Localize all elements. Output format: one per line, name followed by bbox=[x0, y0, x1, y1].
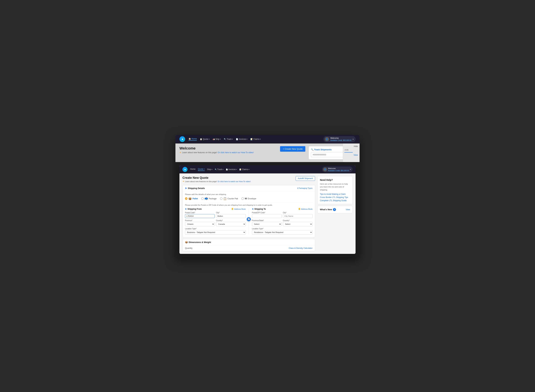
shipping-types-row: 📦 Pallet 📫 Package � bbox=[185, 197, 312, 200]
cross-border-link[interactable]: Cross Border LTL Shipping Tips bbox=[320, 196, 350, 199]
to-province-select[interactable]: Select bbox=[252, 222, 282, 226]
outer-create-quote-btn[interactable]: + Create New Quote bbox=[280, 146, 305, 152]
page-title: Create New Quote bbox=[182, 176, 251, 180]
right-panel-count: d (0) bbox=[344, 149, 358, 151]
modal-dropdown-icon: ▾ bbox=[350, 168, 351, 170]
outer-nav-claims[interactable]: 📝 Claims ▾ bbox=[251, 138, 261, 141]
type-envelope[interactable]: ✉ Envelope bbox=[241, 197, 256, 200]
to-icon: ➤ bbox=[252, 208, 254, 210]
modal-nav-ship[interactable]: Ship ▾ bbox=[207, 168, 213, 171]
from-city-input[interactable] bbox=[216, 214, 246, 218]
type-courier-pak[interactable]: 📋 Courier Pak bbox=[220, 197, 238, 200]
outer-star-icon: ✦ bbox=[180, 151, 181, 154]
page-subtitle-text: Learn about new features on this page! bbox=[185, 180, 217, 182]
modal-nav-track[interactable]: 🔍 Track ▾ bbox=[215, 168, 224, 171]
outer-nav-invoices[interactable]: 📄 Invoices ▾ bbox=[236, 138, 247, 141]
whats-new-card: What's New 2 View bbox=[317, 206, 353, 213]
modal-track-icon: 🔍 bbox=[215, 168, 217, 170]
shipping-description: Please add the details of what your are … bbox=[185, 193, 312, 195]
track-icon-outer: 🔍 bbox=[224, 138, 226, 140]
packaging-types-link[interactable]: ℹ Packaging Types bbox=[297, 187, 312, 189]
from-address-book-icon: 📒 bbox=[231, 208, 234, 210]
type-pallet[interactable]: 📦 Pallet bbox=[185, 197, 198, 200]
to-city-label: City* bbox=[283, 212, 312, 214]
from-province-select[interactable]: Ontario bbox=[185, 222, 215, 226]
to-city-input[interactable] bbox=[283, 214, 312, 218]
whats-new-view-link[interactable]: View bbox=[346, 208, 350, 211]
modal-claims-dropdown: ▾ bbox=[249, 168, 249, 170]
page-star-icon: ✦ bbox=[182, 180, 184, 183]
class-density-calculator-link[interactable]: Class & Density Calculator bbox=[289, 247, 312, 249]
modal-quote-dropdown: ▾ bbox=[204, 168, 205, 170]
to-country-label: Country* bbox=[283, 219, 312, 221]
modal-welcome-badge[interactable]: 👤 Welcome Available Credit: $50,000.00 ▾ bbox=[322, 167, 353, 172]
right-panel-hide-btn[interactable]: Hide bbox=[344, 145, 358, 148]
track-input[interactable] bbox=[311, 152, 346, 157]
shipping-details-title: ➤ Shipping Details bbox=[185, 187, 205, 190]
modal-avatar: 👤 bbox=[323, 167, 327, 171]
dimensions-section: 📦 Dimensions & Weight Quantity Class & D… bbox=[182, 239, 315, 251]
outer-nav-track[interactable]: 🔍 Track ▾ bbox=[224, 138, 233, 141]
modal-container: ◈ Home Quote ▾ Ship ▾ 🔍 Track bbox=[180, 165, 355, 254]
home-icon: 🏠 bbox=[189, 138, 191, 140]
postal-instructions: Please provide the Postal or ZIP Code of… bbox=[185, 202, 312, 206]
to-country-select[interactable]: Select bbox=[283, 222, 312, 226]
modal-claims-icon: 📝 bbox=[239, 168, 241, 170]
modal-nav-invoices[interactable]: 📄 Invoices ▾ bbox=[226, 168, 237, 171]
from-icon: ➤ bbox=[185, 208, 187, 210]
modal-welcome-text: Welcome bbox=[328, 167, 349, 170]
autofill-btn[interactable]: Autofill Shipment bbox=[296, 176, 315, 181]
modal-nav-home[interactable]: Home bbox=[190, 168, 195, 171]
modal-nav-right: 👤 Welcome Available Credit: $50,000.00 ▾ bbox=[322, 167, 353, 172]
claims-icon: 📝 bbox=[251, 138, 253, 140]
outer-nav-home[interactable]: 🏠 Home bbox=[189, 138, 197, 141]
whats-new-title: What's New bbox=[320, 208, 332, 211]
pallet-label: Pallet bbox=[193, 197, 198, 200]
page-how-to-link[interactable]: Or click here to watch our How-To video! bbox=[218, 180, 251, 182]
from-country-label: Country* bbox=[216, 219, 246, 221]
from-postal-label: Postal Code* bbox=[185, 212, 215, 214]
envelope-label: Envelope bbox=[248, 197, 256, 200]
packaging-info-icon: ℹ bbox=[297, 187, 298, 189]
package-label: Package bbox=[209, 197, 217, 200]
right-panel-view-btn[interactable]: View bbox=[344, 154, 358, 157]
tips-link[interactable]: Tips to Avoid Making a Claim bbox=[320, 193, 350, 195]
from-location-type-select[interactable]: Business - Tailgate Not Required bbox=[185, 230, 246, 234]
type-package[interactable]: 📫 Package bbox=[201, 197, 217, 200]
outer-nav-quote[interactable]: 📋 Quote ▾ bbox=[200, 138, 210, 141]
pallet-icon: 📦 bbox=[188, 197, 192, 200]
to-address-book-link[interactable]: 📒 Address Book bbox=[298, 208, 312, 210]
need-help-card: Need Help? Here are a few resources to h… bbox=[317, 176, 353, 204]
courier-icon: 📋 bbox=[223, 197, 227, 200]
modal-invoices-dropdown: ▾ bbox=[236, 168, 237, 170]
track-dropdown-icon: ▾ bbox=[232, 138, 233, 140]
ltl-guide-link[interactable]: Complete LTL Shipping Guide bbox=[320, 199, 350, 202]
to-postal-input[interactable] bbox=[252, 214, 282, 218]
modal-invoices-icon: 📄 bbox=[226, 168, 228, 170]
outer-welcome-badge[interactable]: 👤 Welcome Available Credit: $50,000.00 ▾ bbox=[323, 136, 355, 142]
whats-new-badge: 2 bbox=[333, 208, 336, 211]
outer-welcome-text: Welcome bbox=[331, 137, 351, 140]
dimensions-title: 📦 Dimensions & Weight bbox=[185, 241, 211, 243]
quantity-label: Quantity bbox=[185, 247, 193, 249]
swap-btn[interactable]: 🔄 bbox=[246, 217, 251, 222]
outer-logo: ◈ bbox=[180, 136, 185, 142]
from-location-type-label: Location Type* bbox=[185, 228, 246, 230]
outer-credit-text: Available Credit: $50,000.00 bbox=[331, 140, 351, 141]
to-address-book-icon: 📒 bbox=[298, 208, 301, 210]
outer-dropdown-icon: ▾ bbox=[353, 138, 354, 140]
to-location-type-select[interactable]: Residence - Tailgate Not Required bbox=[252, 230, 313, 234]
outer-nav-ship[interactable]: 🚛 Ship ▾ bbox=[213, 138, 221, 141]
modal-nav-quote[interactable]: Quote ▾ bbox=[198, 168, 205, 171]
modal-nav-claims[interactable]: 📝 Claims ▾ bbox=[239, 168, 249, 171]
from-country-select[interactable]: Canada bbox=[216, 222, 246, 226]
outer-nav-items: 🏠 Home 📋 Quote ▾ 🚛 Ship ▾ 🔍 Track ▾ 📄 In… bbox=[189, 138, 320, 141]
outer-nav-right: 👤 Welcome Available Credit: $50,000.00 ▾ bbox=[323, 136, 355, 142]
ship-icon: 🚛 bbox=[213, 138, 215, 140]
outer-how-to-link[interactable]: Or click here to watch our How-To video! bbox=[218, 151, 254, 154]
from-postal-input[interactable] bbox=[185, 214, 215, 218]
shipping-from-title: ➤ Shipping From bbox=[185, 208, 202, 210]
quote-icon: 📋 bbox=[200, 138, 202, 140]
modal-navbar: ◈ Home Quote ▾ Ship ▾ 🔍 Track bbox=[180, 165, 355, 173]
from-address-book-link[interactable]: 📒 Address Book bbox=[231, 208, 246, 210]
